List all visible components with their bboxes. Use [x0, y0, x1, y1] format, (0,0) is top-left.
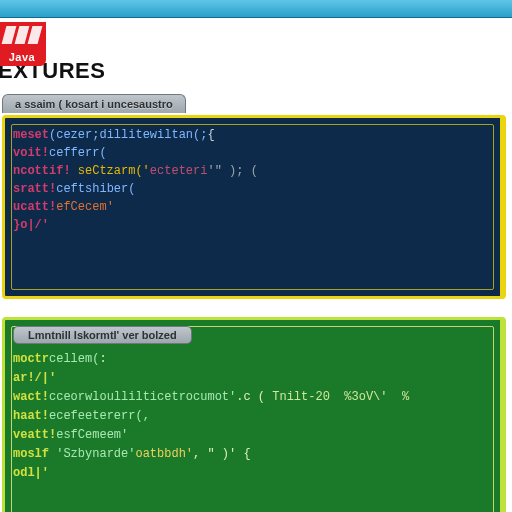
code-line: odl|': [13, 464, 490, 483]
code-line: sratt!ceftshiber(: [13, 180, 490, 198]
code-line: ar!/|': [13, 369, 490, 388]
code-line: }o|/': [13, 216, 490, 234]
code-line: wact!cceorwloullilticetrocumot'.c ( Tnil…: [13, 388, 490, 407]
code-line: ucatt!efCecem': [13, 198, 490, 216]
java-logo: Java: [0, 22, 46, 66]
logo-stripes-icon: [2, 26, 43, 44]
logo-text: Java: [9, 51, 35, 63]
code-panel-light[interactable]: Lmntnill IskormtI' ver bolzed moctrcelle…: [2, 317, 506, 512]
code-line: haat!ecefeetererr(,: [13, 407, 490, 426]
code-line: voit!cefferr(: [13, 144, 490, 162]
code-line: meset(cezer;dillitewiltan(;{: [13, 126, 490, 144]
window-titlebar: [0, 0, 512, 18]
code-line: moctrcellem(:: [13, 350, 490, 369]
code-panel-dark[interactable]: meset(cezer;dillitewiltan(;{ voit!ceffer…: [2, 115, 506, 299]
code-line: veatt!esfCemeem': [13, 426, 490, 445]
code-line: ncottif! seCtzarm('ecteteri'" ); (: [13, 162, 490, 180]
code-line: moslf 'Szbynarde'oatbbdh', " )' {: [13, 445, 490, 464]
page-header: Java EXTURES: [0, 18, 512, 94]
inner-tab[interactable]: Lmntnill IskormtI' ver bolzed: [13, 326, 192, 344]
panel-gap: [0, 299, 512, 317]
tab-main[interactable]: a ssaim ( kosart i uncesaustro: [2, 94, 186, 113]
tabstrip: a ssaim ( kosart i uncesaustro: [0, 94, 512, 115]
